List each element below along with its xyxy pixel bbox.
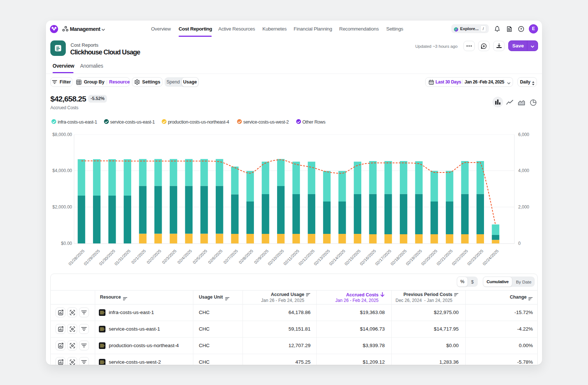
svg-text:$4,000.00: $4,000.00 bbox=[53, 168, 72, 173]
svg-text:02/17/2025: 02/17/2025 bbox=[374, 249, 392, 266]
svg-text:02/3/2025: 02/3/2025 bbox=[161, 249, 178, 265]
svg-text:02/9/2025: 02/9/2025 bbox=[253, 249, 269, 265]
svg-text:02/12/2025: 02/12/2025 bbox=[298, 249, 315, 266]
svg-text:02/10/2025: 02/10/2025 bbox=[267, 249, 285, 266]
svg-text:2,000: 2,000 bbox=[518, 204, 529, 210]
svg-text:0: 0 bbox=[518, 241, 521, 246]
svg-text:02/23/2025: 02/23/2025 bbox=[466, 249, 484, 266]
svg-text:02/2/2025: 02/2/2025 bbox=[146, 249, 162, 265]
svg-text:02/24/2025: 02/24/2025 bbox=[482, 249, 499, 266]
svg-text:02/5/2025: 02/5/2025 bbox=[192, 249, 208, 265]
svg-text:02/11/2025: 02/11/2025 bbox=[283, 249, 300, 266]
svg-text:02/19/2025: 02/19/2025 bbox=[405, 249, 423, 266]
svg-text:02/7/2025: 02/7/2025 bbox=[223, 249, 239, 265]
svg-text:4,000: 4,000 bbox=[518, 168, 529, 173]
svg-text:01/31/2025: 01/31/2025 bbox=[114, 249, 131, 266]
svg-text:$0.00: $0.00 bbox=[61, 241, 72, 246]
svg-text:?: ? bbox=[520, 27, 522, 31]
svg-text:02/20/2025: 02/20/2025 bbox=[420, 249, 438, 266]
svg-text:02/8/2025: 02/8/2025 bbox=[238, 249, 254, 265]
svg-text:02/6/2025: 02/6/2025 bbox=[207, 249, 223, 265]
svg-text:02/18/2025: 02/18/2025 bbox=[390, 249, 407, 266]
svg-text:01/30/2025: 01/30/2025 bbox=[98, 249, 116, 266]
svg-text:02/1/2025: 02/1/2025 bbox=[130, 249, 147, 265]
svg-text:02/21/2025: 02/21/2025 bbox=[436, 249, 453, 266]
svg-text:02/4/2025: 02/4/2025 bbox=[177, 249, 193, 265]
svg-text:01/28/2025: 01/28/2025 bbox=[68, 249, 85, 266]
svg-text:02/22/2025: 02/22/2025 bbox=[451, 249, 469, 266]
svg-text:02/16/2025: 02/16/2025 bbox=[359, 249, 377, 266]
svg-text:02/15/2025: 02/15/2025 bbox=[344, 249, 361, 266]
svg-text:6,000: 6,000 bbox=[518, 132, 529, 137]
svg-text:01/29/2025: 01/29/2025 bbox=[83, 249, 101, 266]
svg-text:$8,000.00: $8,000.00 bbox=[53, 132, 72, 137]
svg-text:02/14/2025: 02/14/2025 bbox=[328, 249, 346, 266]
svg-text:$2,000.00: $2,000.00 bbox=[53, 204, 72, 210]
svg-text:02/13/2025: 02/13/2025 bbox=[313, 249, 331, 266]
